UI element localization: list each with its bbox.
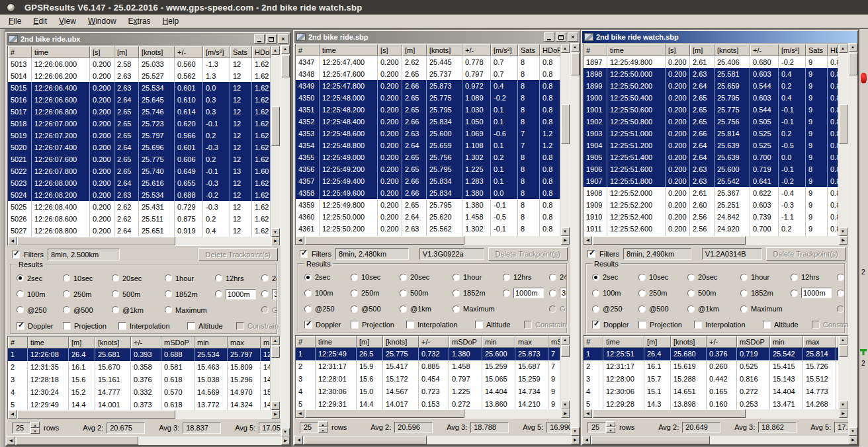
vertical-scrollbar[interactable]: ▲ ▼ — [560, 336, 570, 409]
radio-1852m[interactable] — [740, 290, 748, 297]
table-row[interactable]: 502612:26:08.6000.2002.6225.5110.8750.21… — [8, 213, 271, 225]
document-window-1[interactable]: 2nd bike ride.sbp × #time[s][m][knots]+/… — [293, 30, 581, 446]
checkbox-interpolation[interactable] — [118, 322, 126, 330]
filters-checkbox[interactable] — [300, 250, 308, 258]
window-horizontal-scrollbar[interactable]: ◀ ▶ — [7, 436, 290, 445]
radio-2sec[interactable] — [592, 274, 599, 281]
table-row[interactable]: 212:31:1716.115.6190.2600.52515.41515.72… — [584, 360, 838, 373]
scroll-right-button[interactable]: ▶ — [561, 409, 570, 418]
document-window-0[interactable]: 2nd bike ride.ubx × #time[s][m][knots]+/… — [5, 32, 291, 446]
table-row[interactable]: 190212:25:50.8000.2002.6525.7560.505-0.1… — [584, 116, 838, 128]
table-row[interactable]: 435112:25:48.2000.2002.6525.7951.0300.18… — [296, 104, 560, 116]
horizontal-scrollbar[interactable]: ◀ ▶ — [584, 409, 847, 418]
table-row[interactable]: 435512:25:49.0000.2002.6525.7561.3020.28… — [296, 151, 560, 163]
spinner-down-button[interactable]: ▼ — [606, 427, 615, 433]
table-row[interactable]: 190612:25:51.6000.2002.6325.6000.719-0.1… — [584, 163, 838, 175]
vertical-scrollbar[interactable]: ▲ ▼ — [838, 44, 847, 236]
scroll-left-button[interactable]: ◀ — [8, 237, 17, 245]
window-horizontal-scrollbar[interactable]: ◀ ▶ — [294, 436, 580, 444]
scrollbar-thumb[interactable] — [839, 345, 847, 357]
table-row[interactable]: 190012:25:50.4000.2002.6525.7950.6030.49… — [584, 92, 838, 104]
checkbox-interpolation[interactable] — [694, 321, 702, 329]
scroll-down-button[interactable]: ▼ — [281, 428, 290, 436]
custom-value-input[interactable]: 1000m — [226, 289, 256, 300]
checkbox-doppler[interactable] — [592, 321, 600, 329]
table-row[interactable]: 501612:26:06.6000.2002.6425.6450.6100.31… — [8, 94, 271, 106]
scroll-right-button[interactable]: ▶ — [561, 236, 570, 245]
scroll-up-button[interactable]: ▲ — [849, 43, 857, 52]
window-vertical-scrollbar[interactable]: ▲ ▼ — [570, 43, 580, 436]
radio-10sec[interactable] — [351, 274, 358, 281]
rows-spinner[interactable]: 25 ▲ ▼ — [587, 421, 615, 433]
scroll-up-button[interactable]: ▲ — [561, 336, 570, 345]
vertical-scrollbar[interactable]: ▲ ▼ — [271, 337, 280, 410]
checkbox-interpolation[interactable] — [406, 321, 414, 329]
table-row[interactable]: 502512:26:08.4000.2002.6225.4310.729-0.3… — [8, 201, 271, 213]
rows-spinner-value[interactable]: 25 — [12, 423, 30, 434]
radio-500m[interactable] — [400, 290, 407, 297]
table-row[interactable]: 512:29:2814.313.8980.1600.25313.47114.26… — [584, 398, 838, 409]
scroll-down-button[interactable]: ▼ — [271, 401, 280, 410]
table-row[interactable]: 212:31:1715.915.4170.8851.45815.25915.68… — [296, 360, 560, 373]
vertical-scrollbar[interactable]: ▲ ▼ — [271, 46, 280, 237]
table-row[interactable]: 412:30:0615.114.6510.1650.27214.40414.77… — [584, 386, 838, 398]
scrollbar-thumb[interactable] — [271, 346, 280, 358]
filter-range-field[interactable]: 8min, 2.500km — [48, 249, 120, 261]
scroll-left-button[interactable]: ◀ — [582, 436, 591, 444]
scroll-left-button[interactable]: ◀ — [7, 436, 15, 445]
table-row[interactable]: 190912:25:52.2000.2002.6025.2510.603-0.3… — [584, 199, 838, 211]
table-row[interactable]: 112:26:0826.425.6810.3930.68825.53425.79… — [8, 348, 271, 361]
scrollbar-thumb[interactable] — [561, 104, 570, 144]
table-row[interactable]: 412:30:0615.014.5670.7231.22514.40414.73… — [296, 386, 560, 398]
table-row[interactable]: 435412:25:48.8000.2002.6425.6591.1080.17… — [296, 140, 560, 151]
radio-maximum[interactable] — [740, 305, 748, 313]
table-row[interactable]: 502712:26:08.8000.2002.6425.6510.9190.41… — [8, 225, 271, 237]
radio-250[interactable] — [592, 305, 599, 313]
scroll-down-button[interactable]: ▼ — [839, 401, 847, 409]
close-button[interactable]: × — [278, 34, 288, 44]
scroll-down-button[interactable]: ▼ — [849, 427, 857, 436]
table-row[interactable]: 191012:25:52.4000.2002.5624.8420.739-1.1… — [584, 211, 838, 223]
table-row[interactable]: 435012:25:48.0000.2002.6525.7751.089-0.2… — [296, 92, 560, 104]
scrollbar-thumb[interactable] — [593, 236, 746, 245]
radio-24hrs[interactable] — [837, 274, 844, 281]
scroll-up-button[interactable]: ▲ — [561, 44, 570, 53]
horizontal-scrollbar[interactable]: ◀ ▶ — [584, 236, 847, 245]
scroll-down-button[interactable]: ▼ — [571, 427, 580, 436]
table-row[interactable]: 512:29:4914.414.0010.3730.61813.77214.32… — [8, 399, 271, 410]
background-window-sliver[interactable]: 2 2 — [859, 29, 868, 447]
checkbox-altitude[interactable] — [475, 321, 483, 329]
scrollbar-thumb[interactable] — [271, 106, 280, 146]
scrollbar-thumb[interactable] — [839, 104, 847, 144]
document-window-2[interactable]: 2nd bike ride watch.sbp × #time[s][m][kn… — [581, 30, 859, 446]
table-row[interactable]: 502312:26:08.0000.2002.6425.6160.655-0.3… — [8, 177, 271, 189]
scrollbar-thumb[interactable] — [17, 410, 175, 419]
radio-1hour[interactable] — [740, 274, 748, 281]
table-row[interactable]: 436112:25:50.2000.2002.6325.5621.302-0.1… — [296, 223, 560, 235]
radio-1hour[interactable] — [453, 274, 460, 281]
checkbox-projection[interactable] — [638, 321, 646, 329]
radio-maximum[interactable] — [165, 306, 172, 313]
table-row[interactable]: 434912:25:47.8000.2002.6625.8730.9720.48… — [296, 80, 560, 92]
radio-1000m[interactable] — [791, 290, 798, 297]
table-row[interactable]: 189812:25:50.0000.2002.6325.5810.6030.49… — [584, 68, 838, 80]
scroll-left-button[interactable]: ◀ — [584, 409, 592, 418]
radio-12hrs[interactable] — [503, 274, 510, 281]
radio-20sec[interactable] — [112, 274, 119, 282]
table-row[interactable]: 189712:25:49.8000.2002.6125.4060.680-0.2… — [584, 56, 838, 68]
table-row[interactable]: 501812:26:07.0000.2002.6525.7230.620-0.1… — [8, 118, 271, 130]
checkbox-projection[interactable] — [351, 321, 359, 329]
radio-250[interactable] — [304, 305, 312, 313]
table-row[interactable]: 502212:26:07.8000.2002.6525.7400.649-0.1… — [8, 165, 271, 177]
window-titlebar[interactable]: 2nd bike ride.sbp × — [294, 31, 580, 43]
radio-250m[interactable] — [638, 290, 646, 297]
scroll-up-button[interactable]: ▲ — [839, 336, 847, 345]
table-row[interactable]: 190712:25:51.8000.2002.6325.5420.641-0.2… — [584, 175, 838, 187]
radio-250m[interactable] — [63, 290, 70, 298]
rows-spinner[interactable]: 25 ▲ ▼ — [12, 422, 40, 434]
menu-item-edit[interactable]: Edit — [27, 15, 53, 27]
window-horizontal-scrollbar[interactable]: ◀ ▶ — [582, 436, 857, 444]
radio-2sec[interactable] — [17, 274, 24, 282]
scrollbar-thumb[interactable] — [593, 409, 746, 418]
scroll-right-button[interactable]: ▶ — [281, 436, 290, 445]
